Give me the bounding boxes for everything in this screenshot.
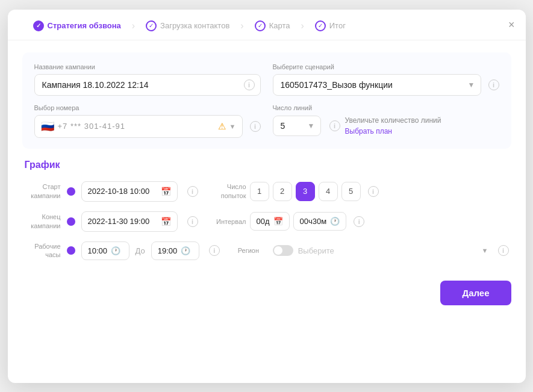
interval-time-value: 00ч30м [300, 217, 327, 226]
work-to-clock-icon: 🕐 [181, 246, 190, 255]
lines-select[interactable]: 5 [273, 116, 321, 136]
next-button[interactable]: Далее [440, 281, 511, 305]
region-toggle[interactable] [273, 245, 293, 256]
attempt-3-button[interactable]: 3 [296, 182, 315, 201]
work-from-box[interactable]: 10:00 🕐 [81, 241, 129, 260]
work-to-box[interactable]: 19:00 🕐 [151, 241, 199, 260]
step-result-icon: ✓ [315, 20, 326, 31]
start-calendar-icon: 📅 [161, 187, 171, 196]
end-row: Конецкампании 2022-11-30 19:00 📅 i Интер… [25, 211, 509, 232]
step-map-label: Карта [269, 21, 290, 30]
phone-label: Выбор номера [34, 104, 261, 111]
interval-section: Интервал 00д 📅 00ч30м 🕐 i [216, 212, 365, 231]
campaign-name-label: Название кампании [34, 63, 261, 70]
attempts-info-icon[interactable]: i [368, 186, 379, 197]
upgrade-link[interactable]: Выбрать план [345, 126, 441, 137]
step-contacts-label: Загрузка контактов [160, 21, 229, 30]
form-row-1: Название кампании i Выберите сценарий 16… [34, 63, 499, 96]
phone-info-icon[interactable]: i [250, 121, 261, 132]
lines-label: Число линий [273, 104, 499, 111]
step-map-icon: ✓ [255, 20, 266, 31]
scenario-select[interactable]: 1605017473_Вызов функции [273, 74, 481, 96]
work-hours-dot [67, 246, 75, 255]
step-strategy-label: Стратегия обзвона [48, 21, 121, 30]
interval-days-calendar-icon: 📅 [273, 217, 283, 226]
schedule-title: График [25, 160, 509, 170]
step-contacts-icon: ✓ [146, 20, 157, 31]
step-result[interactable]: ✓ Итог [304, 20, 357, 31]
lines-select-wrap: 5 ▼ [273, 116, 321, 136]
scenario-label: Выберите сценарий [273, 63, 499, 70]
start-dot [67, 187, 75, 196]
work-from-clock-icon: 🕐 [111, 246, 120, 255]
form-row-2: Выбор номера 🇷🇺 +7 *** 301-41-91 ⚠ ▼ i Ч… [34, 104, 499, 138]
end-info-icon[interactable]: i [187, 216, 198, 227]
modal-footer: Далее [8, 270, 526, 320]
region-info-icon[interactable]: i [498, 245, 509, 256]
interval-clock-icon: 🕐 [330, 217, 340, 226]
attempts-section: Числопопыток 1 2 3 4 5 i [216, 182, 379, 201]
form-section: Название кампании i Выберите сценарий 16… [22, 52, 511, 149]
scenario-info-icon[interactable]: i [488, 79, 499, 90]
region-select-wrap: Выберите ▼ [298, 246, 490, 255]
attempt-1-button[interactable]: 1 [250, 182, 269, 201]
lines-info-icon[interactable]: i [329, 120, 340, 131]
flag-icon: 🇷🇺 [41, 120, 54, 133]
work-hours-sep: До [136, 246, 145, 255]
interval-info-icon[interactable]: i [354, 216, 364, 227]
start-input-wrap[interactable]: 2022-10-18 10:00 📅 [81, 181, 178, 202]
start-row: Старткампании 2022-10-18 10:00 📅 i Число… [25, 181, 509, 202]
interval-days-box[interactable]: 00д 📅 [250, 212, 290, 231]
schedule-section: График Старткампании 2022-10-18 10:00 📅 … [22, 160, 511, 260]
attempt-5-button[interactable]: 5 [341, 182, 361, 201]
close-button[interactable]: × [508, 19, 515, 30]
interval-label: Интервал [216, 218, 246, 225]
campaign-name-input-wrap: i [34, 74, 261, 96]
work-hours-info-icon[interactable]: i [209, 245, 220, 256]
interval-days-value: 00д [257, 217, 270, 226]
start-label: Старткампании [25, 182, 61, 200]
attempts-label: Числопопыток [216, 182, 246, 200]
step-strategy-icon: ✓ [33, 20, 44, 31]
modal: ✓ Стратегия обзвона › ✓ Загрузка контакт… [8, 10, 526, 383]
scenario-select-wrap: 1605017473_Вызов функции ▼ [273, 74, 481, 96]
step-result-label: Итог [329, 21, 346, 30]
start-info-icon[interactable]: i [187, 186, 198, 197]
step-contacts[interactable]: ✓ Загрузка контактов [135, 20, 240, 31]
end-dot [67, 217, 75, 226]
phone-group: Выбор номера 🇷🇺 +7 *** 301-41-91 ⚠ ▼ i [34, 104, 261, 138]
campaign-name-info-icon[interactable]: i [244, 79, 255, 90]
modal-body: Название кампании i Выберите сценарий 16… [8, 40, 526, 260]
end-calendar-icon: 📅 [161, 217, 171, 226]
region-label: Регион [238, 247, 268, 254]
campaign-name-group: Название кампании i [34, 63, 261, 96]
end-value: 2022-11-30 19:00 [88, 217, 156, 226]
lines-wrap: 5 ▼ i Увеличьте количество линий Выбрать… [273, 115, 499, 137]
attempt-4-button[interactable]: 4 [319, 182, 338, 201]
step-map[interactable]: ✓ Карта [244, 20, 301, 31]
region-section: Регион Выберите ▼ i [238, 245, 509, 256]
upgrade-hint: Увеличьте количество линий Выбрать план [345, 115, 441, 137]
work-hours-label: Рабочиечасы [25, 242, 61, 260]
working-hours-row: Рабочиечасы 10:00 🕐 До 19:00 🕐 i Регион [25, 241, 509, 260]
step-strategy[interactable]: ✓ Стратегия обзвона [22, 20, 132, 31]
attempt-2-button[interactable]: 2 [273, 182, 292, 201]
work-to-value: 19:00 [158, 246, 178, 255]
end-label: Конецкампании [25, 213, 61, 230]
work-from-value: 10:00 [88, 246, 108, 255]
campaign-name-input[interactable] [34, 74, 261, 96]
warning-icon: ⚠ [218, 121, 226, 132]
modal-header: ✓ Стратегия обзвона › ✓ Загрузка контакт… [8, 10, 526, 40]
lines-group: Число линий 5 ▼ i Увеличьте количество л… [273, 104, 499, 138]
start-value: 2022-10-18 10:00 [88, 187, 156, 196]
end-input-wrap[interactable]: 2022-11-30 19:00 📅 [81, 211, 178, 232]
phone-arrow-icon: ▼ [229, 123, 236, 130]
interval-time-box[interactable]: 00ч30м 🕐 [293, 212, 347, 231]
scenario-group: Выберите сценарий 1605017473_Вызов функц… [273, 63, 499, 96]
phone-row[interactable]: 🇷🇺 +7 *** 301-41-91 ⚠ ▼ [34, 115, 243, 138]
region-select[interactable]: Выберите [298, 246, 490, 255]
phone-number: +7 *** 301-41-91 [58, 122, 214, 131]
